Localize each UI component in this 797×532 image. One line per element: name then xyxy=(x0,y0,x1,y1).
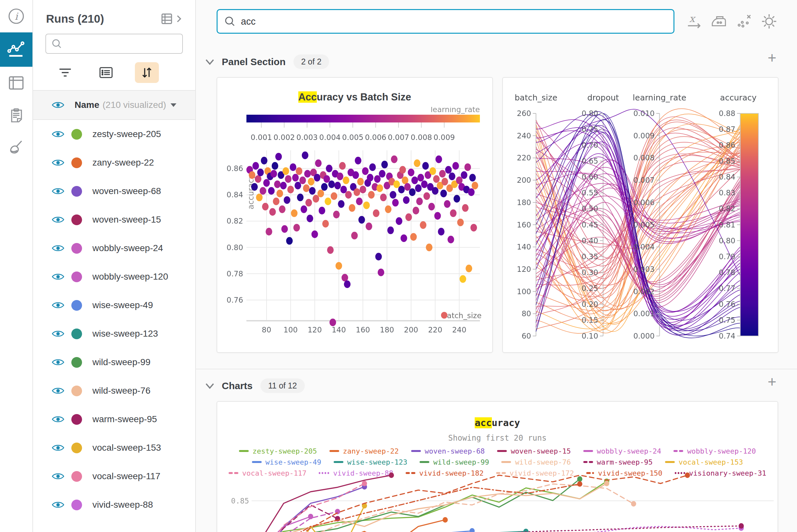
chevron-down-icon[interactable] xyxy=(205,382,215,390)
run-row[interactable]: wobbly-sweep-120 xyxy=(33,262,195,291)
legend-item[interactable]: wise-sweep-49 xyxy=(252,458,321,466)
add-panel-icon[interactable]: + xyxy=(765,51,779,66)
legend-item[interactable]: warm-sweep-95 xyxy=(583,458,653,466)
run-name: warm-sweep-95 xyxy=(92,414,157,424)
legend-item[interactable]: woven-sweep-68 xyxy=(411,447,485,455)
visibility-eye-icon[interactable] xyxy=(52,415,64,424)
legend-run-name: wise-sweep-49 xyxy=(266,458,321,466)
visibility-eye-icon[interactable] xyxy=(52,130,64,139)
run-row[interactable]: warm-sweep-95 xyxy=(33,405,195,434)
legend-item[interactable]: woven-sweep-15 xyxy=(497,447,571,455)
legend-line-marker xyxy=(252,461,262,463)
scatter-title: Accuracy vs Batch Size xyxy=(217,91,492,103)
run-row[interactable]: vocal-sweep-153 xyxy=(33,434,195,462)
run-row[interactable]: wobbly-sweep-24 xyxy=(33,234,195,262)
panel-section-header[interactable]: Panel Section 2 of 2 xyxy=(205,54,329,69)
legend-item[interactable]: wobbly-sweep-120 xyxy=(673,447,756,455)
parallel-coordinates-panel[interactable] xyxy=(502,77,779,353)
visibility-eye-icon[interactable] xyxy=(52,272,64,281)
run-row[interactable]: zany-sweep-22 xyxy=(33,148,195,177)
run-color-dot xyxy=(71,500,82,510)
legend-item[interactable]: wobbly-sweep-24 xyxy=(583,447,662,455)
filter-icon[interactable] xyxy=(53,62,77,83)
run-name: wobbly-sweep-120 xyxy=(92,271,168,282)
legend-item[interactable]: wild-sweep-76 xyxy=(501,458,571,466)
line-chart-canvas[interactable] xyxy=(217,469,778,532)
legend-line-marker xyxy=(673,450,683,452)
sort-icon[interactable] xyxy=(135,62,159,83)
visibility-eye-icon[interactable] xyxy=(52,358,64,367)
workspace-chart-icon[interactable] xyxy=(0,32,32,67)
add-chart-icon[interactable]: + xyxy=(765,375,779,390)
run-row[interactable]: wise-sweep-123 xyxy=(33,320,195,348)
visibility-eye-icon[interactable] xyxy=(52,329,64,338)
legend-line-marker xyxy=(497,450,507,452)
search-query-text: acc xyxy=(241,16,255,27)
legend-line-marker xyxy=(501,461,511,463)
visibility-eye-icon[interactable] xyxy=(52,472,64,481)
chevron-down-icon[interactable] xyxy=(170,103,176,107)
run-row[interactable]: vivid-sweep-88 xyxy=(33,491,195,519)
run-row[interactable]: woven-sweep-68 xyxy=(33,177,195,205)
runs-search-input[interactable] xyxy=(46,34,183,54)
legend-item[interactable]: zesty-sweep-205 xyxy=(239,447,317,455)
run-color-dot xyxy=(71,243,82,254)
legend-item[interactable]: vocal-sweep-153 xyxy=(665,458,743,466)
legend-run-name: vocal-sweep-153 xyxy=(678,458,743,466)
legend-item[interactable]: zany-sweep-22 xyxy=(329,447,399,455)
line-chart-title: accuracy xyxy=(217,417,778,428)
outliers-icon[interactable] xyxy=(735,12,754,31)
visibility-eye-icon[interactable] xyxy=(52,215,64,224)
charts-section-header[interactable]: Charts 11 of 12 xyxy=(205,378,305,393)
run-color-dot xyxy=(71,214,82,225)
scatter-plot-canvas[interactable] xyxy=(217,107,492,343)
display-settings-icon[interactable] xyxy=(94,62,118,83)
scatter-panel[interactable]: Accuracy vs Batch Size xyxy=(217,77,493,353)
run-color-dot xyxy=(71,157,82,168)
legend-item[interactable]: wild-sweep-99 xyxy=(420,458,489,466)
legend-line-marker xyxy=(420,461,429,463)
visualized-count: (210 visualized) xyxy=(103,100,166,110)
visibility-eye-icon[interactable] xyxy=(52,187,64,196)
sweep-broom-icon[interactable] xyxy=(0,132,32,164)
run-row[interactable]: wild-sweep-76 xyxy=(33,377,195,405)
settings-gear-icon[interactable] xyxy=(759,12,779,31)
run-row[interactable]: woven-sweep-15 xyxy=(33,205,195,234)
table-icon[interactable] xyxy=(0,67,32,99)
table-expand-icon[interactable] xyxy=(161,12,182,26)
visibility-eye-icon[interactable] xyxy=(52,158,64,167)
logs-icon[interactable] xyxy=(0,99,32,132)
visibility-eye-icon[interactable] xyxy=(52,244,64,253)
run-color-dot xyxy=(71,129,82,140)
run-row[interactable]: vocal-sweep-117 xyxy=(33,462,195,491)
panel-search-input[interactable]: acc xyxy=(217,9,674,34)
run-row[interactable]: zesty-sweep-205 xyxy=(33,120,195,148)
runs-name-header[interactable]: Name (210 visualized) xyxy=(33,90,195,120)
chevron-down-icon[interactable] xyxy=(205,58,215,65)
legend-row: zesty-sweep-205zany-sweep-22woven-sweep-… xyxy=(239,446,756,456)
search-icon xyxy=(224,16,236,27)
accuracy-line-panel[interactable]: accuracy Showing first 20 runs zesty-swe… xyxy=(217,401,778,532)
smoothing-iron-icon[interactable] xyxy=(709,12,729,31)
x-axis-icon[interactable]: x xyxy=(685,12,704,31)
runs-sidebar: Runs (210) xyxy=(33,0,196,532)
name-column-label: Name xyxy=(75,100,99,110)
section-count-badge: 11 of 12 xyxy=(260,378,305,393)
info-icon[interactable]: i xyxy=(0,0,32,32)
legend-item[interactable]: wise-sweep-123 xyxy=(334,458,407,466)
visibility-eye-icon[interactable] xyxy=(52,500,64,509)
run-row[interactable]: wild-sweep-99 xyxy=(33,348,195,377)
visibility-eye-icon[interactable] xyxy=(52,443,64,452)
run-name: zesty-sweep-205 xyxy=(92,129,161,139)
run-name: vivid-sweep-88 xyxy=(92,500,153,510)
visibility-eye-icon[interactable] xyxy=(52,100,64,110)
run-row[interactable]: wise-sweep-49 xyxy=(33,291,195,320)
visibility-eye-icon[interactable] xyxy=(52,301,64,310)
visibility-eye-icon[interactable] xyxy=(52,386,64,395)
legend-line-marker xyxy=(334,461,343,463)
parallel-coordinates-canvas[interactable] xyxy=(503,88,778,347)
run-color-dot xyxy=(71,328,82,339)
legend-line-marker xyxy=(411,450,421,452)
runs-title: Runs (210) xyxy=(46,12,104,25)
legend-row: wise-sweep-49wise-sweep-123wild-sweep-99… xyxy=(252,457,743,467)
